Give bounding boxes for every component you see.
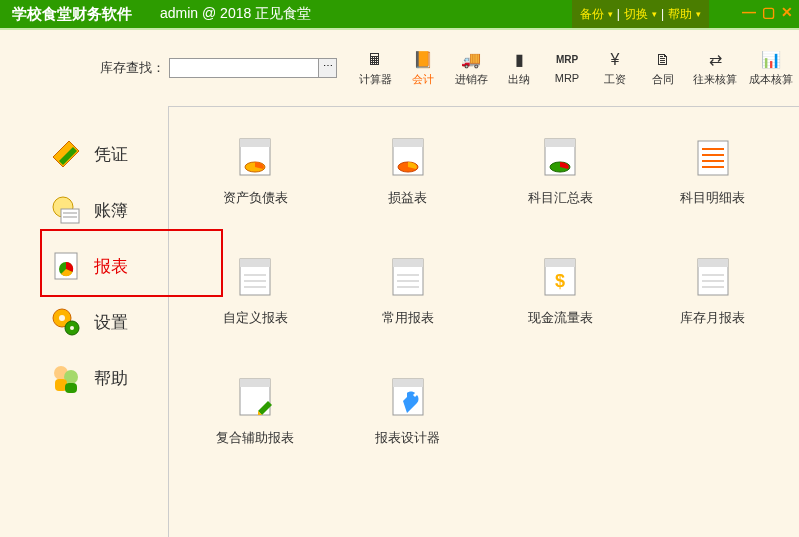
doc-icon [234, 257, 276, 299]
sidebar-item-label: 账簿 [94, 199, 128, 222]
gear-icon [48, 304, 84, 340]
doc-pie-icon [387, 137, 429, 179]
sidebar-item-voucher[interactable]: 凭证 [48, 126, 168, 182]
svg-rect-31 [240, 259, 270, 267]
search-more-button[interactable]: ⋯ [319, 58, 337, 78]
close-button[interactable]: ✕ [781, 4, 793, 20]
voucher-icon [48, 136, 84, 172]
user-info: admin @ 2018 正见食堂 [160, 5, 311, 23]
doc-pie-icon [234, 137, 276, 179]
report-cashflow[interactable]: $ 现金流量表 [494, 257, 627, 327]
search-label: 库存查找： [100, 59, 165, 77]
search-input[interactable] [169, 58, 319, 78]
report-designer[interactable]: 报表设计器 [342, 377, 475, 447]
doc-lines-icon [692, 137, 734, 179]
maximize-button[interactable]: ▢ [762, 4, 775, 20]
content-area: 资产负债表 损益表 科目汇总表 科目明细表 自定义报表 常用报表 [168, 106, 799, 537]
doc-wrench-icon [387, 377, 429, 419]
doc-pie-icon [539, 137, 581, 179]
report-subject-detail[interactable]: 科目明细表 [647, 137, 780, 207]
svg-point-9 [59, 315, 65, 321]
title-bar: 学校食堂财务软件 admin @ 2018 正见食堂 备份▾ | 切换▾ | 帮… [0, 0, 799, 28]
tool-receivable[interactable]: ⇄ 往来核算 [693, 50, 737, 87]
truck-icon: 🚚 [461, 50, 481, 70]
report-common[interactable]: 常用报表 [342, 257, 475, 327]
svg-text:$: $ [555, 271, 565, 291]
chevron-down-icon: ▾ [608, 9, 613, 19]
tool-inventory[interactable]: 🚚 进销存 [453, 50, 489, 87]
svg-rect-41 [545, 259, 575, 267]
bars-icon: 📊 [761, 50, 781, 70]
report-subject-summary[interactable]: 科目汇总表 [494, 137, 627, 207]
chevron-down-icon: ▾ [696, 9, 701, 19]
svg-rect-15 [65, 383, 77, 393]
minimize-button[interactable]: — [742, 4, 756, 20]
document-icon: 🗎 [655, 50, 671, 70]
tool-mrp[interactable]: MRP MRP [549, 50, 585, 84]
chevron-down-icon: ▾ [652, 9, 657, 19]
svg-rect-20 [393, 139, 423, 147]
svg-rect-36 [393, 259, 423, 267]
svg-rect-3 [61, 209, 79, 223]
doc-edit-icon [234, 377, 276, 419]
backup-link[interactable]: 备份 [580, 6, 604, 23]
notebook-icon: ▮ [515, 50, 524, 70]
selection-highlight [40, 229, 223, 297]
report-composite[interactable]: 复合辅助报表 [189, 377, 322, 447]
sidebar-item-settings[interactable]: 设置 [48, 294, 168, 350]
tool-calc[interactable]: 🖩 计算器 [357, 50, 393, 87]
app-title: 学校食堂财务软件 [4, 5, 140, 24]
ledger-icon [48, 192, 84, 228]
book-icon: 📙 [413, 50, 433, 70]
header-links: 备份▾ | 切换▾ | 帮助▾ [572, 0, 709, 28]
mrp-icon: MRP [556, 50, 578, 70]
search-wrap: ⋯ [169, 58, 337, 78]
yen-icon: ¥ [611, 50, 620, 70]
tool-salary[interactable]: ¥ 工资 [597, 50, 633, 87]
toolbar-row: 库存查找： ⋯ 🖩 计算器 📙 会计 🚚 进销存 ▮ 出纳 MRP MRP ¥ … [0, 30, 799, 106]
report-balance-sheet[interactable]: 资产负债表 [189, 137, 322, 207]
tool-contract[interactable]: 🗎 合同 [645, 50, 681, 87]
exchange-icon: ⇄ [709, 50, 722, 70]
tool-cashier[interactable]: ▮ 出纳 [501, 50, 537, 87]
sidebar-item-label: 帮助 [94, 367, 128, 390]
main: 凭证 账簿 报表 设置 帮助 [0, 106, 799, 537]
help-icon [48, 360, 84, 396]
report-income[interactable]: 损益表 [342, 137, 475, 207]
top-toolbar: 🖩 计算器 📙 会计 🚚 进销存 ▮ 出纳 MRP MRP ¥ 工资 🗎 合同 … [357, 50, 793, 87]
sidebar-item-label: 设置 [94, 311, 128, 334]
svg-rect-17 [240, 139, 270, 147]
sidebar-item-label: 凭证 [94, 143, 128, 166]
switch-link[interactable]: 切换 [624, 6, 648, 23]
svg-point-11 [70, 326, 74, 330]
window-controls: — ▢ ✕ [742, 4, 793, 20]
tool-cost[interactable]: 📊 成本核算 [749, 50, 793, 87]
svg-rect-49 [240, 379, 270, 387]
svg-rect-25 [698, 141, 728, 175]
calculator-icon: 🖩 [367, 50, 383, 70]
doc-money-icon: $ [539, 257, 581, 299]
doc-icon [387, 257, 429, 299]
svg-rect-23 [545, 139, 575, 147]
report-stock-month[interactable]: 库存月报表 [647, 257, 780, 327]
sidebar-item-help[interactable]: 帮助 [48, 350, 168, 406]
svg-rect-44 [698, 259, 728, 267]
tool-accounting[interactable]: 📙 会计 [405, 50, 441, 87]
help-link[interactable]: 帮助 [668, 6, 692, 23]
svg-rect-53 [393, 379, 423, 387]
reports-grid: 资产负债表 损益表 科目汇总表 科目明细表 自定义报表 常用报表 [189, 137, 779, 447]
sidebar: 凭证 账簿 报表 设置 帮助 [0, 106, 168, 537]
doc-icon [692, 257, 734, 299]
